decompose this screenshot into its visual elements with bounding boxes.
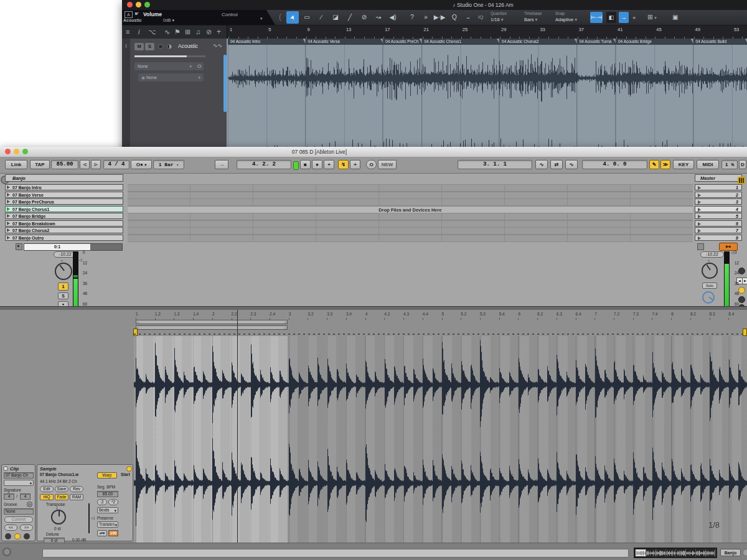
scene-slot[interactable]: 8 [695,235,742,241]
param-inspector[interactable]: A ☛ Volume Acoustic 0dB ▾ Control ▾ [122,10,275,25]
master-solo-button[interactable]: Solo [702,282,717,289]
list-icon[interactable]: ≡ [126,28,129,35]
arrow-tool-button[interactable]: ➤ [286,11,299,24]
signature-numerator[interactable]: 4 [4,493,14,500]
clip-slot[interactable]: 07 Banjo Breakdown [5,220,123,226]
io-right-toggle[interactable]: ▶ [742,278,747,284]
seg-bpm-value[interactable]: 85.00 [97,491,118,497]
beat-time-ruler[interactable]: 11.21.31.422.22.32.433.23.33.444.24.34.4… [134,311,747,320]
track-activator[interactable]: 1 [58,282,68,291]
wrench-icon[interactable]: ⌥ [148,28,156,36]
mute-tool-button[interactable]: ⊘ [358,11,370,24]
clip-play-icon[interactable] [7,222,10,225]
double-tempo-button[interactable]: *2 [108,499,118,505]
snap-toggle-button[interactable]: ⊢·⊣ [590,12,603,23]
scene-play-icon[interactable] [698,236,701,240]
nudge-back-button[interactable]: << [4,525,17,531]
master-track-header[interactable]: Master [695,174,742,182]
grid-plus-icon[interactable]: ⊞ [185,28,190,36]
monitor-button[interactable] [167,44,172,49]
record-arm-button[interactable] [158,44,163,49]
loop-length-display[interactable]: 4. 0. 0 [582,160,647,169]
transients-select[interactable]: Transien▾ [97,521,118,528]
clip-slot[interactable]: 07 Banjo Intro [5,184,123,190]
stop-button[interactable]: ■ [300,160,311,169]
key-map-button[interactable]: KEY [673,160,694,169]
paint-tool-button[interactable]: ╱ [344,11,356,24]
hiq-button[interactable]: HiQ [40,494,54,500]
help-button[interactable]: ? [406,11,418,24]
notes-icon[interactable]: ♫ [195,28,200,35]
sample-gain-slider[interactable] [88,503,90,533]
clip-tab[interactable]: 04 Acoustic Turna [577,39,616,45]
automation-icon[interactable]: ∿ [164,28,170,36]
autoscroll-button[interactable]: → [619,12,629,23]
re-enable-automation-button[interactable]: + [350,160,360,169]
clip-slot[interactable]: 07 Banjo Chorus2 [5,227,123,233]
edit-button[interactable]: Edit [40,486,54,492]
transient-loop-mode[interactable]: ⇄▾ [97,530,107,536]
track-header-banjo[interactable]: Banjo [5,174,123,182]
overdub-button[interactable]: + [324,160,334,169]
bend-tool-button[interactable]: ↝ [372,11,385,24]
play-selection-button[interactable]: ▶·▶ [433,11,446,24]
scene-play-icon[interactable] [698,215,701,218]
session-grid-row[interactable] [128,220,693,228]
tap-tempo-button[interactable]: TAP [30,160,50,169]
session-grid-row[interactable] [128,213,693,220]
scene-play-icon[interactable] [698,200,701,204]
play-from-button[interactable]: » [420,11,432,24]
session-grid-row[interactable] [128,235,693,242]
session-grid-row[interactable] [128,184,693,192]
cursor-mode-button[interactable]: ◧ [606,12,616,23]
range-tool-button[interactable]: ▭ [301,11,313,24]
info-icon[interactable]: i [138,28,139,35]
returns-toggle[interactable] [738,296,745,303]
snap-group[interactable]: Snap Adaptive ▾ [555,11,588,24]
input-select[interactable]: None▾ [134,62,195,70]
inspector-tab[interactable]: Control [222,12,238,17]
scene-slot[interactable]: 5 [695,213,742,219]
scene-play-icon[interactable] [698,229,701,233]
clip-play-icon[interactable] [7,193,10,197]
transient-envelope-value[interactable]: 100 [108,530,118,536]
follow-behavior-button[interactable]: ≫ [660,160,670,169]
stop-all-clips-button[interactable] [697,243,704,250]
clip-tab[interactable]: 04 Acoustic Chorus1 [422,39,500,45]
clip-play-icon[interactable] [7,228,10,232]
signature-denominator[interactable]: 4 [20,493,31,500]
clip-play-icon[interactable] [7,200,10,203]
clip-tab[interactable]: 04 Acoustic PreCh [383,39,422,45]
scene-play-icon[interactable] [698,186,701,190]
master-volume-display[interactable]: -10.22 [700,251,724,258]
preview-volume-knob[interactable] [702,291,715,304]
scene-slot[interactable]: 3 [695,198,742,205]
pitch-tool-button[interactable]: ⌣ [462,11,474,24]
timeline-ruler[interactable]: 1591317212529333741454953 [227,26,747,39]
tempo-display[interactable]: 85.00 [51,160,78,169]
commit-button[interactable]: Commit [4,516,33,523]
warp-mode-select[interactable]: Beats▾ [97,507,118,513]
listen-tool-button[interactable]: ◀) [387,11,399,24]
punch-out-button[interactable]: ∿ [565,160,578,169]
clip-tab[interactable]: 04 Acoustic Verse [306,39,384,45]
close-button[interactable] [127,2,133,7]
ram-button[interactable]: RAM [70,494,83,500]
session-record-button[interactable]: O [366,160,377,169]
clip-play-icon[interactable] [7,207,10,211]
clip-play-icon[interactable] [7,214,10,218]
track-status-badge[interactable]: Banjo [720,549,741,556]
clip-slot[interactable]: 07 Banjo Bridge [5,213,123,219]
session-grid-row[interactable] [128,198,693,206]
track-solo-button[interactable]: S [58,292,68,299]
warp-button[interactable]: Warp [97,472,117,478]
show-overview-toggle[interactable] [738,268,745,274]
timebase-value[interactable]: Bars ▾ [524,16,553,23]
session-grid-row[interactable]: Drop Files and Devices Here [128,206,693,213]
clip-tab[interactable]: 04 Acoustic Build [693,39,747,45]
minimize-button[interactable] [136,2,141,7]
hot-swap-sample-button[interactable] [126,466,132,472]
marker-flag-icon[interactable]: ⚑ [174,28,181,36]
resize-handle[interactable] [742,548,747,557]
clip-slot[interactable]: 07 Banjo Outro [5,235,123,241]
